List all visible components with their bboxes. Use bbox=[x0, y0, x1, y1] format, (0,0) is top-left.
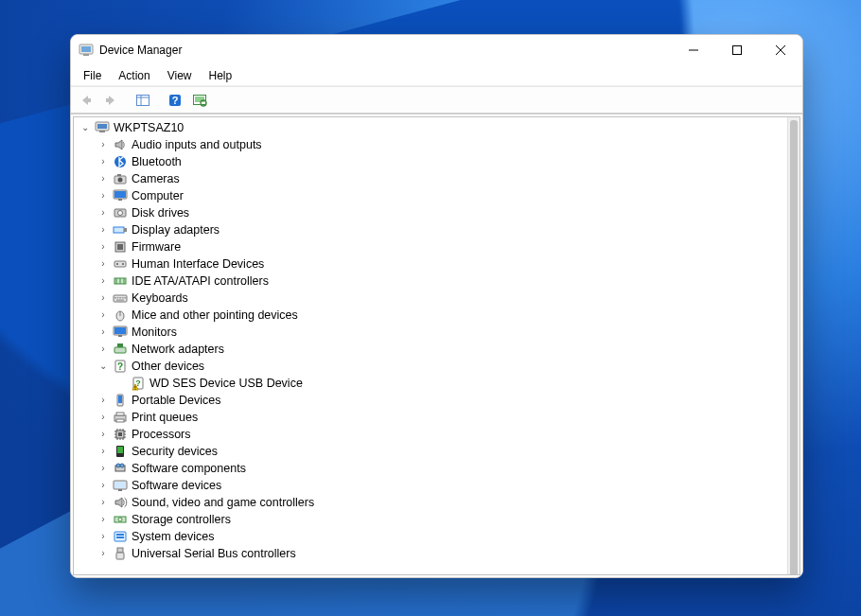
tree-category[interactable]: ›IDE ATA/ATAPI controllers bbox=[76, 273, 800, 290]
chevron-down-icon[interactable]: ⌄ bbox=[97, 360, 110, 373]
chevron-right-icon[interactable]: › bbox=[97, 428, 110, 441]
tree-category[interactable]: ›Universal Serial Bus controllers bbox=[76, 545, 800, 562]
chevron-right-icon[interactable]: › bbox=[97, 411, 110, 424]
tree-node-label: Mice and other pointing devices bbox=[132, 308, 304, 322]
svg-rect-43 bbox=[124, 297, 126, 299]
scrollbar-thumb[interactable] bbox=[790, 120, 798, 575]
chevron-right-icon[interactable]: › bbox=[97, 308, 110, 322]
tree-category[interactable]: ›Storage controllers bbox=[76, 511, 800, 528]
tree-node-label: Disk drives bbox=[132, 206, 195, 220]
tree-device[interactable]: ?!WD SES Device USB Device bbox=[76, 375, 800, 392]
window-title: Device Manager bbox=[99, 44, 182, 57]
tree-category[interactable]: ›Audio inputs and outputs bbox=[76, 136, 800, 153]
chevron-right-icon[interactable]: › bbox=[97, 462, 110, 475]
system-icon bbox=[113, 529, 128, 544]
svg-rect-51 bbox=[117, 343, 123, 347]
camera-icon bbox=[113, 171, 128, 186]
maximize-button[interactable] bbox=[715, 35, 759, 65]
mouse-icon bbox=[113, 308, 128, 323]
tree-node-label: Software devices bbox=[132, 479, 227, 492]
svg-rect-33 bbox=[122, 263, 124, 265]
cpu-icon bbox=[113, 427, 128, 442]
vertical-scrollbar[interactable] bbox=[787, 117, 800, 574]
svg-rect-50 bbox=[114, 347, 126, 353]
chevron-right-icon[interactable]: › bbox=[97, 547, 110, 560]
tree-category[interactable]: ›Bluetooth bbox=[76, 153, 800, 170]
minimize-icon bbox=[689, 45, 698, 55]
tree-category[interactable]: ›Monitors bbox=[76, 324, 800, 341]
chevron-right-icon[interactable]: › bbox=[97, 530, 110, 543]
help-button[interactable]: ? bbox=[164, 89, 186, 112]
svg-rect-28 bbox=[124, 228, 127, 232]
tree-category[interactable]: ›Network adapters bbox=[76, 341, 800, 358]
tree-category[interactable]: ›Print queues bbox=[76, 409, 800, 426]
svg-rect-2 bbox=[83, 54, 89, 56]
tree-category[interactable]: ›Computer bbox=[76, 187, 800, 204]
menu-view[interactable]: View bbox=[159, 67, 201, 84]
tree-category[interactable]: ›System devices bbox=[76, 528, 800, 545]
svg-text:?: ? bbox=[117, 361, 123, 372]
chevron-right-icon[interactable]: › bbox=[97, 189, 110, 202]
tree-category[interactable]: ›Firmware bbox=[76, 238, 800, 255]
chevron-right-icon[interactable]: › bbox=[97, 240, 110, 254]
show-hide-tree-button[interactable] bbox=[132, 89, 154, 112]
app-icon bbox=[79, 43, 94, 58]
tree-category[interactable]: ›Sound, video and game controllers bbox=[76, 494, 800, 511]
forward-button[interactable] bbox=[99, 89, 122, 112]
firmware-icon bbox=[113, 239, 128, 255]
minimize-button[interactable] bbox=[672, 35, 715, 65]
maximize-icon bbox=[732, 45, 742, 55]
chevron-right-icon[interactable]: › bbox=[97, 206, 110, 220]
svg-rect-63 bbox=[118, 432, 122, 436]
tree-category[interactable]: ›Portable Devices bbox=[76, 392, 800, 409]
bluetooth-icon bbox=[113, 154, 128, 169]
disk-icon bbox=[113, 205, 128, 220]
device-tree[interactable]: ⌄WKPTSAZ10›Audio inputs and outputs›Blue… bbox=[74, 117, 800, 574]
tree-category[interactable]: ›Display adapters bbox=[76, 221, 800, 238]
chevron-right-icon[interactable]: › bbox=[97, 445, 110, 458]
tree-category[interactable]: ›Keyboards bbox=[76, 290, 800, 307]
menu-file[interactable]: File bbox=[75, 67, 110, 84]
usb-icon bbox=[113, 546, 128, 561]
chevron-right-icon[interactable]: › bbox=[97, 513, 110, 526]
chevron-right-icon[interactable]: › bbox=[97, 479, 110, 492]
menu-action[interactable]: Action bbox=[110, 67, 158, 84]
chevron-right-icon[interactable]: › bbox=[97, 274, 110, 288]
mouse-icon bbox=[113, 308, 128, 323]
chevron-right-icon[interactable]: › bbox=[97, 343, 110, 356]
chevron-down-icon[interactable]: ⌄ bbox=[79, 121, 92, 134]
chevron-right-icon[interactable]: › bbox=[97, 223, 110, 237]
tree-category[interactable]: ⌄?Other devices bbox=[76, 358, 800, 375]
chevron-right-icon[interactable]: › bbox=[97, 496, 110, 509]
tree-category[interactable]: ›Security devices bbox=[76, 443, 800, 460]
chevron-right-icon[interactable]: › bbox=[97, 257, 110, 271]
usb-icon bbox=[113, 546, 128, 561]
network-icon bbox=[113, 342, 128, 357]
tree-category[interactable]: ›Software devices bbox=[76, 477, 800, 494]
chevron-right-icon[interactable]: › bbox=[97, 172, 110, 185]
bluetooth-icon bbox=[113, 154, 128, 169]
unknown-icon: ? bbox=[113, 359, 128, 374]
tree-node-label: Portable Devices bbox=[132, 394, 227, 407]
chevron-right-icon[interactable]: › bbox=[97, 394, 110, 407]
tree-category[interactable]: ›Software components bbox=[76, 460, 800, 477]
chevron-right-icon[interactable]: › bbox=[97, 291, 110, 305]
close-button[interactable] bbox=[759, 35, 802, 65]
tree-category[interactable]: ›Human Interface Devices bbox=[76, 255, 800, 273]
tree-category[interactable]: ›Processors bbox=[76, 426, 800, 443]
svg-point-26 bbox=[118, 211, 123, 216]
tree-category[interactable]: ›Disk drives bbox=[76, 204, 800, 221]
menu-help[interactable]: Help bbox=[201, 67, 241, 84]
tree-category[interactable]: ›Cameras bbox=[76, 170, 800, 187]
tree-category[interactable]: ›Mice and other pointing devices bbox=[76, 307, 800, 324]
titlebar[interactable]: Device Manager bbox=[71, 35, 802, 65]
storage-ctrl-icon bbox=[113, 512, 128, 527]
scan-hardware-button[interactable] bbox=[188, 89, 211, 112]
chevron-right-icon[interactable]: › bbox=[97, 138, 110, 151]
tree-root[interactable]: ⌄WKPTSAZ10 bbox=[76, 119, 800, 136]
chevron-right-icon[interactable]: › bbox=[97, 326, 110, 339]
chevron-right-icon[interactable]: › bbox=[97, 155, 110, 168]
tree-node-label: Security devices bbox=[132, 445, 223, 458]
svg-point-79 bbox=[116, 464, 120, 467]
back-button[interactable] bbox=[75, 89, 97, 112]
